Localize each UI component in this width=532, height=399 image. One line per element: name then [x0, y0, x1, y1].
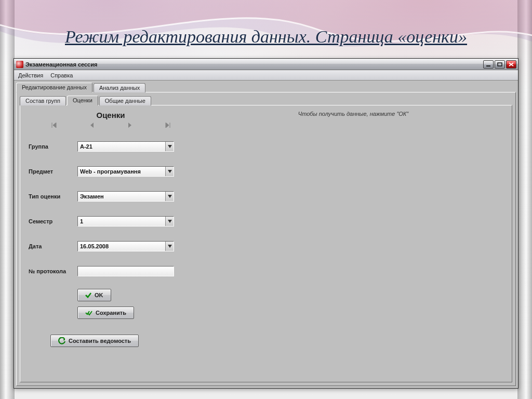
ok-button-label: OK — [95, 292, 103, 298]
ok-button[interactable]: OK — [77, 289, 111, 301]
nav-first-button[interactable] — [50, 122, 58, 129]
combo-semester-arrow[interactable] — [165, 217, 174, 226]
combo-group-value: А-21 — [78, 143, 165, 150]
compose-report-button[interactable]: Составить ведомость — [50, 335, 139, 347]
minimize-icon — [486, 62, 491, 66]
outer-tabpanel: Состав групп Оценки Общие данные Оценки — [16, 92, 516, 386]
nav-last-icon — [165, 123, 171, 128]
input-protocol-no[interactable] — [77, 266, 174, 276]
app-window: Экзаменационная сессия Действия Справка … — [14, 58, 518, 389]
tab-grades[interactable]: Оценки — [67, 96, 98, 105]
nav-last-button[interactable] — [164, 122, 172, 129]
combo-subject[interactable]: Web - програмування — [77, 166, 174, 177]
tab-analysis[interactable]: Анализ данных — [94, 83, 145, 92]
field-grade-type: Тип оценки Экзамен — [29, 191, 198, 202]
nav-prev-icon — [89, 123, 95, 128]
combo-grade-type-value: Экзамен — [78, 193, 165, 200]
label-semester: Семестр — [29, 218, 77, 224]
label-date: Дата — [29, 243, 77, 249]
chevron-down-icon — [168, 170, 172, 173]
tab-edit-data[interactable]: Редактирование данных — [16, 83, 92, 92]
slide-frame-right — [517, 0, 532, 399]
field-group: Группа А-21 — [29, 141, 198, 152]
close-button[interactable] — [506, 60, 516, 69]
menu-actions[interactable]: Действия — [18, 72, 43, 78]
app-icon — [16, 61, 23, 68]
nav-next-icon — [127, 123, 132, 128]
combo-date-arrow[interactable] — [165, 242, 174, 251]
label-group: Группа — [29, 143, 77, 150]
field-protocol-no: № протокола — [29, 266, 198, 276]
chevron-down-icon — [168, 245, 172, 248]
save-button[interactable]: Сохранить — [77, 307, 134, 319]
hint-column: Чтобы получить данные, нажмите "ОК" — [198, 108, 509, 379]
combo-group-arrow[interactable] — [165, 142, 174, 151]
titlebar: Экзаменационная сессия — [14, 59, 518, 70]
compose-report-button-label: Составить ведомость — [69, 338, 131, 344]
hint-text: Чтобы получить данные, нажмите "ОК" — [198, 111, 509, 117]
chevron-down-icon — [168, 145, 172, 148]
svg-rect-1 — [498, 63, 502, 66]
nav-next-button[interactable] — [126, 122, 134, 129]
slide-frame-left — [0, 0, 15, 399]
label-subject: Предмет — [29, 168, 77, 175]
field-subject: Предмет Web - програмування — [29, 166, 198, 177]
chevron-down-icon — [168, 220, 172, 223]
menubar: Действия Справка — [14, 70, 518, 81]
menu-help[interactable]: Справка — [50, 72, 73, 78]
minimize-button[interactable] — [483, 60, 494, 69]
save-button-label: Сохранить — [96, 310, 126, 316]
form-heading: Оценки — [23, 111, 198, 119]
label-protocol-no: № протокола — [29, 268, 77, 274]
combo-grade-type[interactable]: Экзамен — [77, 191, 174, 202]
combo-date[interactable]: 16.05.2008 — [77, 241, 174, 251]
client-area: Редактирование данных Анализ данных Сост… — [14, 81, 518, 388]
svg-rect-0 — [486, 65, 490, 66]
combo-semester[interactable]: 1 — [77, 216, 174, 227]
form-column: Оценки Группа А-21 — [23, 108, 198, 379]
inner-tabpanel: Оценки Группа А-21 — [20, 105, 512, 382]
combo-date-value: 16.05.2008 — [78, 243, 165, 249]
combo-subject-arrow[interactable] — [165, 167, 174, 176]
check-icon — [85, 292, 91, 298]
workspace: Оценки Группа А-21 — [23, 108, 509, 379]
field-date: Дата 16.05.2008 — [29, 241, 198, 251]
combo-subject-value: Web - програмування — [78, 168, 165, 175]
refresh-icon — [58, 337, 65, 344]
inner-tabstrip: Состав групп Оценки Общие данные — [20, 95, 512, 105]
maximize-button[interactable] — [495, 60, 505, 69]
maximize-icon — [497, 62, 502, 66]
label-grade-type: Тип оценки — [29, 193, 77, 200]
close-icon — [509, 62, 514, 66]
combo-semester-value: 1 — [78, 218, 165, 224]
nav-prev-button[interactable] — [88, 122, 96, 129]
field-semester: Семестр 1 — [29, 216, 198, 227]
outer-tabstrip: Редактирование данных Анализ данных — [16, 82, 516, 92]
window-title: Экзаменационная сессия — [25, 61, 482, 68]
tab-common-data[interactable]: Общие данные — [99, 96, 151, 105]
chevron-down-icon — [168, 195, 172, 198]
slide-title: Режим редактирования данных. Страница «о… — [31, 27, 501, 47]
tab-group-members[interactable]: Состав групп — [20, 96, 66, 105]
combo-grade-type-arrow[interactable] — [165, 192, 174, 201]
combo-group[interactable]: А-21 — [77, 141, 174, 152]
record-navigator — [23, 122, 198, 134]
double-check-icon — [85, 310, 92, 316]
nav-first-icon — [51, 123, 57, 128]
